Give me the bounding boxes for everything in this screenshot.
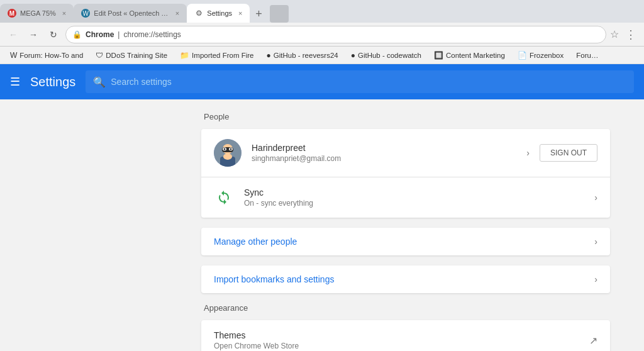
bookmark-forum2[interactable]: Foru…	[571, 50, 603, 60]
sync-status: On - sync everything	[244, 199, 584, 208]
tab-close-mega[interactable]: ×	[62, 9, 66, 17]
appearance-section-title: Appearance	[201, 303, 644, 313]
themes-title: Themes	[214, 330, 589, 340]
import-bookmarks-card: Import bookmarks and settings ›	[201, 265, 610, 293]
tab-mega[interactable]: M MEGA 75% ×	[0, 4, 74, 23]
sync-info: Sync On - sync everything	[244, 187, 584, 208]
bookmark-forum[interactable]: W Forum: How-To and	[5, 50, 88, 61]
bookmark-content-icon: 🔲	[434, 51, 443, 60]
tab-favicon-settings: ⚙	[194, 9, 203, 18]
themes-subtitle: Open Chrome Web Store	[214, 342, 589, 350]
bookmark-frozenbox-label: Frozenbox	[530, 52, 564, 59]
user-info: Harinderpreet singhmanpriet@gmail.com	[252, 143, 516, 163]
bookmark-imported-label: Imported From Fire	[192, 52, 253, 59]
bookmark-content[interactable]: 🔲 Content Marketing	[429, 50, 510, 61]
bookmark-github2[interactable]: ● GitHub - codewatch	[346, 50, 426, 61]
manage-people-label: Manage other people	[214, 237, 594, 247]
sign-out-button[interactable]: SIGN OUT	[540, 144, 597, 162]
manage-people-card: Manage other people ›	[201, 228, 610, 255]
bookmark-github2-label: GitHub - codewatch	[358, 52, 421, 59]
bookmark-frozenbox[interactable]: 📄 Frozenbox	[513, 50, 569, 61]
settings-page: ☰ Settings 🔍 People	[0, 64, 644, 351]
bookmark-imported-icon: 📁	[180, 51, 189, 60]
bookmark-ddos-icon: 🛡	[96, 51, 103, 60]
sync-chevron-icon: ›	[594, 192, 597, 203]
bookmark-forum-label: Forum: How-To and	[19, 52, 83, 59]
sync-row[interactable]: Sync On - sync everything ›	[201, 177, 610, 218]
people-card: Harinderpreet singhmanpriet@gmail.com › …	[201, 129, 610, 218]
url-path: |	[118, 30, 119, 39]
url-full-path: chrome://settings	[123, 30, 180, 39]
themes-row[interactable]: Themes Open Chrome Web Store ↗	[201, 320, 610, 351]
import-bookmarks-chevron-icon: ›	[594, 274, 597, 284]
bookmark-github1-icon: ●	[267, 51, 271, 60]
sync-icon	[214, 187, 234, 208]
settings-search-bar[interactable]: 🔍	[86, 70, 634, 93]
user-avatar	[214, 139, 242, 167]
import-bookmarks-row[interactable]: Import bookmarks and settings ›	[201, 265, 610, 293]
tab-bar: M MEGA 75% × W Edit Post « Opentech Info…	[0, 0, 644, 23]
people-section-title: People	[201, 112, 644, 121]
url-domain: Chrome	[86, 30, 114, 39]
bookmark-github1-label: GitHub - reevesrs24	[274, 52, 338, 59]
browser-menu-button[interactable]: ⋮	[623, 26, 639, 43]
bookmark-ddos[interactable]: 🛡 DDoS Training Site	[91, 50, 172, 61]
sync-title: Sync	[244, 187, 584, 198]
settings-page-title: Settings	[30, 75, 75, 89]
bookmark-star-button[interactable]: ☆	[610, 28, 619, 40]
user-name: Harinderpreet	[252, 143, 516, 153]
search-icon: 🔍	[93, 76, 106, 88]
svg-point-3	[223, 153, 232, 160]
bookmark-content-label: Content Marketing	[446, 52, 505, 59]
back-button[interactable]: ←	[5, 26, 21, 43]
tab-title-opentech: Edit Post « Opentech Info:	[94, 9, 169, 17]
url-bar[interactable]: 🔒 Chrome | chrome://settings	[65, 26, 606, 43]
bookmark-github2-icon: ●	[351, 51, 355, 60]
bookmark-forum2-label: Foru…	[576, 52, 598, 59]
svg-point-8	[230, 148, 232, 150]
external-link-icon: ↗	[589, 335, 597, 347]
tab-favicon-opentech: W	[81, 9, 90, 18]
settings-header: ☰ Settings 🔍	[0, 64, 644, 99]
bookmarks-bar: W Forum: How-To and 🛡 DDoS Training Site…	[0, 47, 644, 64]
bookmark-forum-icon: W	[10, 51, 17, 60]
bookmark-github1[interactable]: ● GitHub - reevesrs24	[262, 50, 343, 61]
tab-title-settings: Settings	[207, 9, 232, 17]
tab-opentech[interactable]: W Edit Post « Opentech Info: ×	[74, 4, 187, 23]
settings-content: People	[0, 99, 644, 351]
themes-info: Themes Open Chrome Web Store	[214, 330, 589, 350]
tab-overflow	[270, 5, 289, 23]
appearance-card: Themes Open Chrome Web Store ↗ Show home…	[201, 320, 610, 351]
address-bar: ← → ↻ 🔒 Chrome | chrome://settings ☆ ⋮	[0, 23, 644, 47]
bookmark-ddos-label: DDoS Training Site	[106, 52, 167, 59]
hamburger-menu-button[interactable]: ☰	[10, 75, 20, 89]
bookmark-imported[interactable]: 📁 Imported From Fire	[175, 50, 258, 61]
user-email: singhmanpriet@gmail.com	[252, 154, 516, 163]
user-chevron-icon: ›	[526, 148, 530, 158]
tab-close-settings[interactable]: ×	[238, 9, 242, 17]
settings-search-input[interactable]	[111, 77, 626, 87]
forward-button[interactable]: →	[25, 26, 42, 43]
new-tab-button[interactable]: +	[250, 5, 267, 23]
manage-people-row[interactable]: Manage other people ›	[201, 228, 610, 255]
manage-people-chevron-icon: ›	[594, 237, 597, 247]
tab-favicon-mega: M	[8, 9, 16, 18]
import-bookmarks-label: Import bookmarks and settings	[214, 274, 594, 284]
tab-close-opentech[interactable]: ×	[175, 9, 179, 17]
lock-icon: 🔒	[72, 30, 82, 39]
tab-title-mega: MEGA 75%	[20, 9, 56, 17]
refresh-button[interactable]: ↻	[45, 26, 62, 43]
user-profile-row[interactable]: Harinderpreet singhmanpriet@gmail.com › …	[201, 129, 610, 177]
tab-settings[interactable]: ⚙ Settings ×	[187, 4, 250, 23]
svg-point-7	[224, 148, 226, 150]
bookmark-frozenbox-icon: 📄	[518, 51, 527, 60]
